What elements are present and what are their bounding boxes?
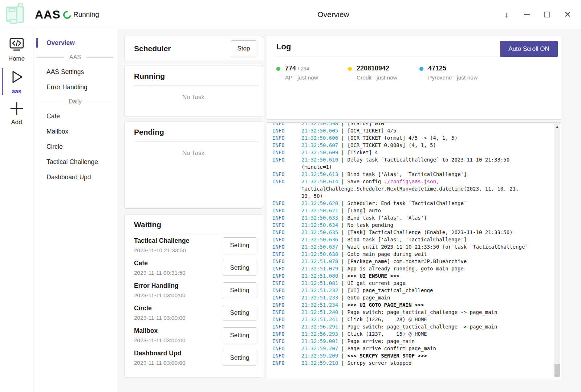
auto-scroll-button[interactable]: Auto Scroll ON	[500, 41, 558, 57]
log-scrollbar[interactable]: ▲	[554, 123, 560, 377]
sidebar-nav-item-label: AAS Settings	[46, 68, 84, 75]
log-line: INFO21:32:50.633 | Bind task ['Alas', 'A…	[272, 214, 554, 221]
log-level: INFO	[272, 272, 301, 279]
sidebar-nav-item[interactable]: Overview	[33, 35, 118, 50]
running-spinner-icon	[62, 9, 73, 21]
plus-icon	[9, 101, 24, 117]
log-timestamp: 21:32:50.638	[301, 250, 338, 258]
scrollbar-thumb[interactable]	[554, 364, 560, 377]
log-separator: |	[338, 134, 347, 142]
sidebar-nav-item[interactable]: Dashboard Upd	[33, 170, 118, 185]
stat-value: 220810942	[357, 65, 419, 72]
play-icon	[9, 69, 25, 87]
sidebar-nav-item[interactable]: Tactical Challenge	[33, 154, 118, 170]
log-timestamp: 21:32:51.234	[301, 301, 338, 309]
stop-button[interactable]: Stop	[231, 40, 256, 57]
resource-stat: 220810942 Credit - just now	[348, 65, 419, 81]
log-message: [OCR_TICKET] 4/5	[347, 127, 396, 134]
log-message: Bind task ['Alas', 'TacticalChallenge']	[347, 236, 467, 243]
log-separator: |	[338, 323, 347, 330]
close-icon[interactable]: ✕	[562, 9, 573, 20]
log-message: <<< UI ENSURE >>>	[347, 272, 399, 279]
log-separator: |	[338, 272, 347, 279]
waiting-task-next-run: 2023-11-11 03:00:00	[134, 315, 186, 321]
log-line: INFO21:32:50.598 | [Status] WIN	[272, 123, 554, 127]
log-line: INFO21:32:50.635 | [Task] TacticalChalle…	[272, 229, 554, 236]
log-level: INFO	[272, 243, 301, 250]
log-line: INFO21:32:51.080 | <<< UI ENSURE >>>	[272, 272, 554, 279]
setting-button[interactable]: Setting	[223, 327, 256, 343]
log-timestamp: 21:32:51.232	[301, 287, 338, 294]
setting-button[interactable]: Setting	[223, 260, 256, 276]
waiting-task-name: Cafe	[134, 260, 186, 267]
log-line: INFO21:32:56.291 | Page switch: page_tac…	[272, 323, 554, 330]
log-line: INFO21:32:51.233 | Goto page_main	[272, 294, 554, 301]
sidebar-nav-item-label: Daily	[69, 94, 82, 109]
scrollbar-up-arrow-icon[interactable]: ▲	[554, 124, 560, 128]
pending-empty-text: No Task	[125, 150, 262, 157]
log-line: INFO21:32:56.293 | Click (1237, 15) @ HO…	[272, 330, 554, 338]
log-line: INFO21:32:50.607 | [OCR_TICKET 0.008s] (…	[272, 142, 554, 149]
log-message: Goto main page during wait	[347, 250, 427, 258]
sidebar-nav-item[interactable]: Error Handling	[33, 79, 118, 95]
log-message: [Package_name] com.YostarJP.BlueArchive	[347, 258, 467, 265]
running-card: Running No Task	[125, 66, 262, 117]
waiting-task-next-run: 2023-11-11 00:31:50	[134, 270, 186, 276]
sidebar-nav-item[interactable]: Circle	[33, 139, 118, 154]
log-timestamp: 21:32:51.080	[301, 272, 338, 279]
log-timestamp: 21:32:59.001	[301, 338, 338, 345]
log-level: INFO	[272, 171, 301, 178]
rail-item-add[interactable]: Add	[0, 99, 33, 128]
log-level: INFO	[272, 214, 301, 221]
waiting-list: Tactical Challenge 2023-11-10 21:33:50 S…	[125, 234, 262, 369]
waiting-task-next-run: 2023-11-10 21:33:50	[134, 247, 189, 254]
log-level: INFO	[272, 142, 301, 149]
running-empty-text: No Task	[125, 94, 262, 101]
update-download-icon[interactable]: ↓	[501, 9, 512, 20]
pending-card: Pending No Task	[125, 122, 262, 209]
page-title: Overview	[317, 10, 349, 19]
rail-item-aas[interactable]: aas	[0, 68, 33, 96]
log-timestamp: 21:32:50.633	[301, 214, 338, 221]
log-separator: |	[338, 171, 347, 178]
log-output-viewport[interactable]: INFO21:32:50.598 | [Status] WIN INFO21:3…	[268, 123, 554, 377]
sidebar-nav-item[interactable]: Cafe	[33, 109, 118, 124]
log-separator: |	[338, 142, 347, 149]
log-separator: |	[338, 200, 347, 207]
log-timestamp: 21:32:50.621	[301, 207, 338, 214]
log-line: 33, 50)	[272, 192, 554, 200]
log-message: [Status] WIN	[347, 123, 384, 127]
sidebar-nav-item[interactable]: Daily	[33, 95, 118, 109]
stat-value: 47125	[428, 65, 491, 72]
log-level: INFO	[272, 258, 301, 265]
sidebar-nav-item[interactable]: AAS	[33, 50, 118, 64]
log-timestamp: 21:32:51.079	[301, 265, 338, 272]
log-timestamp: 21:32:50.610	[301, 156, 338, 163]
log-message: Scheduler: End task `TacticalChallenge`	[347, 200, 467, 207]
waiting-task-name: Mailbox	[134, 327, 186, 335]
setting-button[interactable]: Setting	[223, 237, 256, 253]
log-line: INFO21:32:50.636 | Bind task ['Alas', 'T…	[272, 236, 554, 243]
log-line: INFO21:32:50.634 | No task pending	[272, 221, 554, 229]
log-message: App is already running, goto main page	[347, 265, 463, 272]
sidebar-nav-item[interactable]: Mailbox	[33, 124, 118, 139]
running-title: Running	[125, 72, 262, 81]
sidebar-nav: Overview AAS AAS Settings Error Handling…	[33, 29, 118, 392]
log-line: INFO21:32:59.210 | Scrcpy server stopped	[272, 359, 554, 367]
setting-button[interactable]: Setting	[223, 305, 256, 321]
log-message: Delay task `TacticalChallenge` to 2023-1…	[347, 156, 509, 163]
rail-item-home[interactable]: Home	[0, 36, 33, 64]
sidebar-nav-item[interactable]: AAS Settings	[33, 64, 118, 79]
log-separator: |	[338, 345, 347, 352]
setting-button[interactable]: Setting	[223, 350, 256, 366]
log-separator: |	[338, 279, 347, 287]
log-message: Click (1237, 15) @ HOME	[347, 330, 427, 338]
log-separator: |	[338, 287, 347, 294]
titlebar: AAS Running Overview ↓ ✕	[0, 0, 581, 29]
setting-button[interactable]: Setting	[223, 282, 256, 298]
maximize-icon[interactable]	[542, 9, 553, 20]
log-separator: |	[338, 258, 347, 265]
log-line: INFO21:32:51.240 | Page switch: page_tac…	[272, 309, 554, 316]
minimize-icon[interactable]	[521, 9, 532, 20]
log-line: INFO21:32:51.079 | App is already runnin…	[272, 265, 554, 272]
